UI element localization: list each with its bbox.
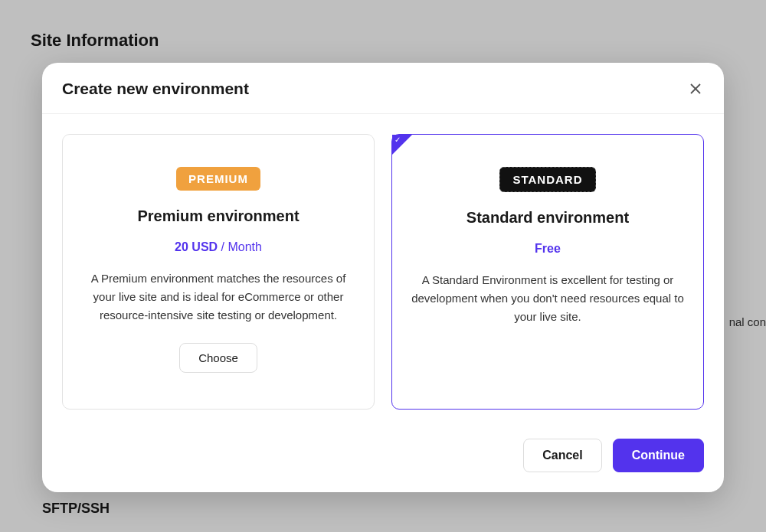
plan-description-standard: A Standard Environment is excellent for … (411, 271, 685, 326)
check-icon: ✓ (394, 136, 401, 144)
cancel-button[interactable]: Cancel (523, 439, 601, 472)
modal-overlay: Create new environment PREMIUM Premium e… (0, 0, 766, 532)
price-free: Free (535, 242, 561, 255)
modal-header: Create new environment (42, 63, 724, 114)
price-amount: 20 USD (175, 240, 218, 253)
plan-name-standard: Standard environment (466, 209, 629, 227)
plan-card-standard[interactable]: ✓ STANDARD Standard environment Free A S… (391, 134, 704, 410)
plan-description-premium: A Premium environment matches the resour… (81, 269, 355, 325)
plan-price-premium: 20 USD / Month (175, 240, 262, 254)
create-environment-modal: Create new environment PREMIUM Premium e… (42, 63, 724, 492)
close-button[interactable] (687, 80, 704, 97)
standard-badge: STANDARD (499, 167, 595, 192)
modal-title: Create new environment (62, 80, 249, 98)
plan-card-premium[interactable]: PREMIUM Premium environment 20 USD / Mon… (62, 134, 375, 410)
modal-footer: Cancel Continue (42, 429, 724, 492)
continue-button[interactable]: Continue (613, 439, 704, 472)
choose-premium-button[interactable]: Choose (179, 343, 257, 373)
plan-price-standard: Free (535, 242, 561, 256)
premium-badge: PREMIUM (176, 167, 260, 191)
price-period: / Month (218, 240, 262, 253)
modal-body: PREMIUM Premium environment 20 USD / Mon… (42, 114, 724, 429)
close-icon (690, 83, 701, 94)
plan-name-premium: Premium environment (137, 207, 299, 225)
